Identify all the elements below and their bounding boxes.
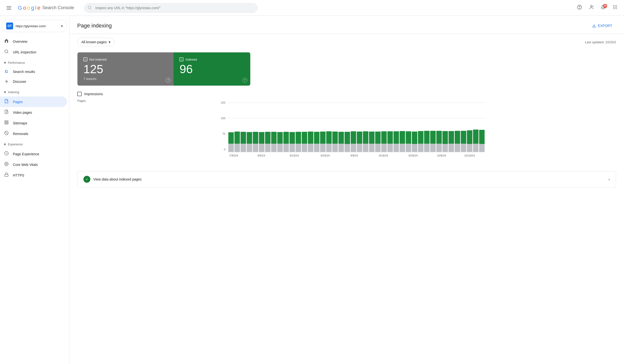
svg-rect-57 xyxy=(284,144,289,152)
not-indexed-info-icon[interactable]: ? xyxy=(166,78,171,83)
property-avatar: GT xyxy=(6,23,13,29)
svg-rect-89 xyxy=(381,144,387,152)
svg-line-1 xyxy=(90,8,91,9)
indexing-section-header[interactable]: ▾ Indexing xyxy=(0,88,69,97)
property-url: https://glynistao.com/ xyxy=(16,24,58,28)
removals-icon xyxy=(4,131,9,137)
svg-point-14 xyxy=(615,8,615,9)
svg-rect-84 xyxy=(363,131,368,144)
sidebar-item-url-inspection[interactable]: URL inspection xyxy=(0,47,67,57)
core-web-vitals-icon xyxy=(4,162,9,168)
indexed-count: 96 xyxy=(180,63,244,75)
svg-point-28 xyxy=(6,163,7,165)
filter-dropdown[interactable]: All known pages ▾ xyxy=(77,38,115,46)
performance-section-label: Performance xyxy=(8,61,25,65)
view-data-left: ✓ View data about indexed pages xyxy=(83,176,142,183)
svg-text:0: 0 xyxy=(224,148,225,151)
logo-text: Search Console xyxy=(42,5,74,10)
svg-rect-62 xyxy=(296,132,301,144)
indexed-checkbox-icon: ✓ xyxy=(180,57,183,61)
sidebar-item-sitemaps-label: Sitemaps xyxy=(13,121,27,125)
svg-point-4 xyxy=(591,5,592,7)
account-button[interactable] xyxy=(586,3,596,13)
performance-section-header[interactable]: ▾ Performance xyxy=(0,58,69,67)
export-button[interactable]: EXPORT xyxy=(588,22,616,30)
sidebar-item-https[interactable]: HTTPS xyxy=(0,170,67,181)
svg-rect-77 xyxy=(344,144,350,152)
indexed-card[interactable]: ✓ Indexed 96 ? xyxy=(174,52,250,86)
svg-text:8/19/24: 8/19/24 xyxy=(290,154,299,157)
not-indexed-checkbox-icon: ✓ xyxy=(83,57,87,61)
header-left: Google Search Console xyxy=(4,3,78,13)
green-check-icon: ✓ xyxy=(83,176,90,183)
sidebar-item-search-results[interactable]: G Search results xyxy=(0,67,67,76)
svg-rect-78 xyxy=(344,132,350,144)
svg-rect-104 xyxy=(424,131,429,144)
hamburger-button[interactable] xyxy=(4,3,14,13)
sidebar-item-discover[interactable]: ✳ Discover xyxy=(0,76,67,87)
svg-rect-90 xyxy=(381,131,387,144)
chart-area-wrapper: Pages 225 150 75 xyxy=(87,100,616,165)
not-indexed-subtitle: 7 reasons xyxy=(83,77,168,81)
svg-point-16 xyxy=(5,50,8,53)
svg-rect-50 xyxy=(259,132,264,144)
search-input[interactable] xyxy=(84,3,258,13)
svg-rect-48 xyxy=(253,132,258,144)
svg-text:9/18/24: 9/18/24 xyxy=(379,154,388,157)
sidebar-item-core-web-vitals[interactable]: Core Web Vitals xyxy=(0,159,67,170)
search-bar-wrapper xyxy=(84,3,258,13)
svg-rect-70 xyxy=(320,132,325,144)
sidebar-item-pages[interactable]: Pages xyxy=(0,97,67,107)
not-indexed-card[interactable]: ✓ Not indexed 125 7 reasons ? xyxy=(78,52,174,86)
apps-button[interactable] xyxy=(610,3,620,13)
svg-rect-18 xyxy=(6,101,7,102)
sidebar-item-removals[interactable]: Removals xyxy=(0,128,67,139)
property-selector[interactable]: GT https://glynistao.com/ ▾ xyxy=(2,20,67,32)
hamburger-icon xyxy=(7,5,11,11)
svg-rect-103 xyxy=(424,144,429,152)
svg-rect-20 xyxy=(5,121,6,122)
view-indexed-data-button[interactable]: ✓ View data about indexed pages › xyxy=(77,171,616,187)
svg-point-12 xyxy=(616,7,617,7)
experience-section-header[interactable]: ▾ Experience xyxy=(0,140,69,149)
app-body: GT https://glynistao.com/ ▾ Overview URL… xyxy=(0,16,624,364)
help-button[interactable] xyxy=(574,3,584,13)
notification-button[interactable]: 30 xyxy=(598,3,608,13)
svg-rect-114 xyxy=(455,131,460,144)
google-logo: Google Search Console xyxy=(18,5,74,11)
svg-rect-73 xyxy=(332,144,338,152)
svg-rect-96 xyxy=(400,131,405,144)
impressions-checkbox[interactable] xyxy=(77,92,82,96)
account-icon xyxy=(589,5,594,11)
sidebar-item-overview[interactable]: Overview xyxy=(0,36,67,47)
svg-rect-68 xyxy=(314,132,319,144)
svg-rect-67 xyxy=(314,144,319,152)
sidebar-item-video-pages[interactable]: Video pages xyxy=(0,107,67,118)
svg-text:9/8/24: 9/8/24 xyxy=(350,154,358,157)
sidebar-item-page-experience-label: Page Experience xyxy=(13,152,39,156)
svg-rect-46 xyxy=(247,132,252,144)
svg-rect-93 xyxy=(393,144,399,152)
filter-label: All known pages xyxy=(81,40,107,44)
sidebar-item-page-experience[interactable]: Page Experience xyxy=(0,149,67,159)
indexed-info-icon[interactable]: ? xyxy=(242,78,247,83)
search-icon xyxy=(88,5,92,10)
export-label: EXPORT xyxy=(598,24,612,28)
page-header: Page indexing EXPORT xyxy=(69,16,624,34)
svg-rect-52 xyxy=(265,132,271,144)
svg-rect-99 xyxy=(412,144,417,152)
property-chevron-icon: ▾ xyxy=(61,24,63,28)
svg-rect-116 xyxy=(461,131,466,144)
svg-rect-107 xyxy=(436,144,442,152)
notification-badge: 30 xyxy=(603,4,607,8)
sidebar-item-sitemaps[interactable]: Sitemaps xyxy=(0,118,67,128)
svg-rect-92 xyxy=(387,131,393,144)
sidebar-item-overview-label: Overview xyxy=(13,40,27,44)
not-indexed-card-header: ✓ Not indexed xyxy=(83,57,168,61)
svg-text:225: 225 xyxy=(221,101,225,104)
chart-svg: 225 150 75 0 7/30/24 8/9/24 8/19/24 xyxy=(87,100,616,165)
svg-point-9 xyxy=(616,5,617,6)
svg-rect-72 xyxy=(326,131,332,144)
sidebar-item-pages-label: Pages xyxy=(13,100,23,104)
chart-wrapper: Pages 225 150 75 xyxy=(87,100,616,165)
